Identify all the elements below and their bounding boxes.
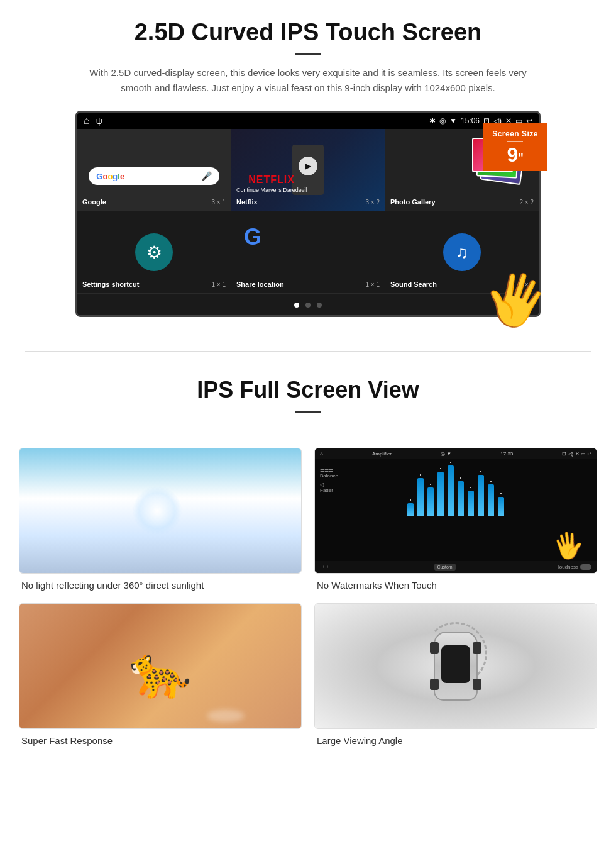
section-divider <box>25 351 591 352</box>
section1-description: With 2.5D curved-display screen, this de… <box>88 65 528 96</box>
sound-search-label: Sound Search <box>390 281 437 288</box>
dot-1[interactable] <box>294 303 299 308</box>
netflix-cell[interactable]: ▶ NETFLIX Continue Marvel's Daredevil Ne… <box>231 129 385 211</box>
sun-glow <box>132 486 182 536</box>
car-visual <box>315 604 597 728</box>
device-screen: ⌂ ψ ✱ ◎ ▼ 15:06 ⊡ ◁) ✕ ▭ ↩ <box>75 111 541 317</box>
feature-img-cheetah: 🐆 <box>19 603 302 729</box>
badge-title: Screen Size <box>492 130 538 138</box>
settings-gear-icon: ⚙ <box>135 233 173 271</box>
feature-img-car <box>314 603 597 729</box>
amp-side-controls: ⚌⚌⚌ Balance ◁ Fader <box>320 467 338 493</box>
wifi-icon: ▼ <box>449 116 457 125</box>
g-letter: G <box>244 224 261 250</box>
loudness-toggle: loudness <box>558 564 591 570</box>
section2-title: IPS Full Screen View <box>25 377 591 403</box>
eq-bar-8 <box>478 475 484 516</box>
location-icon: ◎ <box>439 116 446 125</box>
share-location-size: 1 × 1 <box>365 281 380 288</box>
eq-bar-2 <box>417 478 424 516</box>
share-location-cell[interactable]: G Share location 1 × 1 <box>231 211 385 293</box>
settings-cell[interactable]: ⚙ Settings shortcut 1 × 1 <box>77 211 231 293</box>
amp-hand: 🖐 <box>550 528 586 563</box>
bluetooth-icon: ✱ <box>429 116 436 125</box>
settings-size: 1 × 1 <box>211 281 226 288</box>
sound-search-icon: ♫ <box>443 233 481 271</box>
netflix-label: Netflix <box>236 198 258 206</box>
eq-bars-container <box>315 459 597 516</box>
google-label: Google <box>82 198 106 206</box>
section2: IPS Full Screen View <box>0 370 616 435</box>
status-bar: ⌂ ψ ✱ ◎ ▼ 15:06 ⊡ ◁) ✕ ▭ ↩ <box>77 113 539 129</box>
status-left: ⌂ ψ <box>84 115 102 126</box>
screen-size-badge: Screen Size 9" <box>483 123 547 171</box>
dot-3[interactable] <box>317 303 322 308</box>
share-location-label: Share location <box>236 281 284 288</box>
car-caption: Large Viewing Angle <box>314 735 597 746</box>
pagination-dots <box>77 294 539 315</box>
balance-icon: ⚌⚌⚌ <box>320 467 333 473</box>
cheetah-caption: Super Fast Response <box>19 735 302 746</box>
netflix-subtitle: Continue Marvel's Daredevil <box>236 187 307 193</box>
google-search-bar[interactable]: Google 🎤 <box>89 167 219 185</box>
netflix-logo-text: NETFLIX <box>236 174 307 186</box>
car-top-view <box>434 632 478 701</box>
amp-home-icon: ⌂ <box>320 451 323 457</box>
section1: 2.5D Curved IPS Touch Screen With 2.5D c… <box>0 0 616 332</box>
google-maps-logo: G <box>244 224 261 250</box>
cheetah-visual: 🐆 <box>19 604 301 728</box>
dust-cloud <box>207 710 245 722</box>
car-body <box>434 632 478 701</box>
google-cell[interactable]: Google 🎤 Google 3 × 1 <box>77 129 231 211</box>
eq-bar-10 <box>498 497 504 516</box>
eq-bar-5 <box>448 465 454 516</box>
netflix-brand: NETFLIX Continue Marvel's Daredevil <box>236 174 307 193</box>
wheel-rear-right <box>473 679 481 690</box>
time-display: 15:06 <box>461 116 480 125</box>
car-roof <box>441 645 470 683</box>
feature-img-amplifier: ⌂ Amplifier ◎ ▼ 17:33 ⊡ ◁) ✕ ▭ ↩ ⚌⚌⚌ Bal… <box>314 448 597 574</box>
play-button[interactable]: ▶ <box>299 157 317 175</box>
toggle-pill[interactable] <box>580 564 591 570</box>
custom-button[interactable]: Custom <box>434 564 456 571</box>
amp-icons: ◎ ▼ <box>441 451 451 457</box>
usb-icon: ψ <box>96 116 102 126</box>
photo-gallery-label: Photo Gallery <box>390 198 436 206</box>
app-row-1: Google 🎤 Google 3 × 1 ▶ NETFLIX Con <box>77 129 539 211</box>
mic-icon: 🎤 <box>201 171 212 181</box>
balance-label: ⚌⚌⚌ Balance <box>320 467 338 479</box>
netflix-size: 3 × 2 <box>365 199 380 206</box>
dot-2[interactable] <box>305 303 311 308</box>
eq-bar-1 <box>407 503 414 516</box>
app-row-2: ⚙ Settings shortcut 1 × 1 G Share locati… <box>77 211 539 294</box>
wheel-front-right <box>473 642 481 654</box>
amplifier-caption: No Watermarks When Touch <box>314 580 597 591</box>
amp-controls: ⊡ ◁) ✕ ▭ ↩ <box>562 451 591 457</box>
feature-car: Large Viewing Angle <box>314 603 597 746</box>
amp-nav-back: 〈 〉 <box>320 564 331 571</box>
photo-gallery-size: 2 × 2 <box>519 199 534 206</box>
eq-bar-6 <box>458 481 464 516</box>
fader-icon: ◁ <box>320 482 324 487</box>
eq-bar-3 <box>427 487 434 516</box>
fader-label: ◁ Fader <box>320 482 338 493</box>
sunlight-visual <box>19 448 301 573</box>
amp-time: 17:33 <box>500 451 513 457</box>
cheetah-icon: 🐆 <box>129 643 192 702</box>
home-icon[interactable]: ⌂ <box>84 115 90 126</box>
google-size: 3 × 1 <box>211 199 226 206</box>
amp-bottom-bar: 〈 〉 Custom loudness <box>315 561 597 573</box>
features-grid: No light reflecting under 360° direct su… <box>0 435 616 752</box>
google-logo: Google <box>96 172 124 181</box>
device-wrapper: ⌂ ψ ✱ ◎ ▼ 15:06 ⊡ ◁) ✕ ▭ ↩ <box>75 111 541 317</box>
title-underline <box>295 53 321 55</box>
wheel-rear-left <box>430 679 439 690</box>
sunlight-caption: No light reflecting under 360° direct su… <box>19 580 302 591</box>
amp-title: Amplifier <box>372 451 392 457</box>
section2-title-underline <box>295 411 321 413</box>
badge-underline <box>507 141 523 142</box>
section1-title: 2.5D Curved IPS Touch Screen <box>38 19 578 46</box>
eq-bar-4 <box>437 472 444 516</box>
amplifier-visual: ⌂ Amplifier ◎ ▼ 17:33 ⊡ ◁) ✕ ▭ ↩ ⚌⚌⚌ Bal… <box>315 448 597 573</box>
feature-amplifier: ⌂ Amplifier ◎ ▼ 17:33 ⊡ ◁) ✕ ▭ ↩ ⚌⚌⚌ Bal… <box>314 448 597 591</box>
